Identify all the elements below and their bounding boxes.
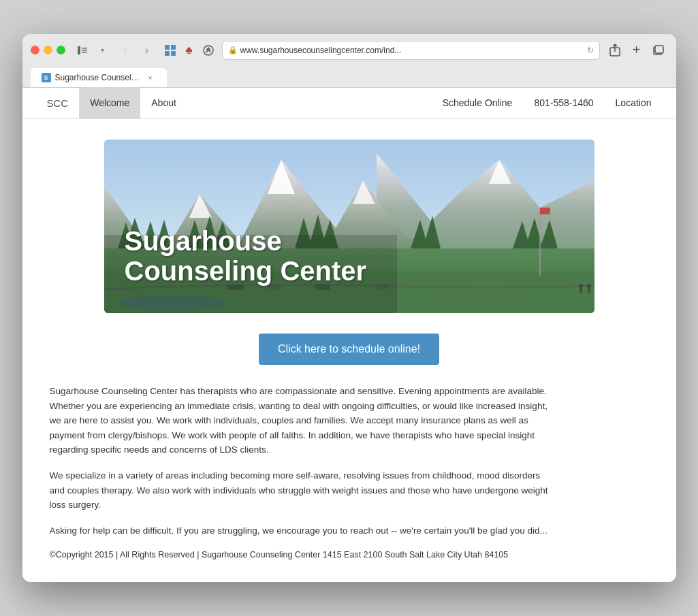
svg-point-43: [579, 284, 583, 288]
active-tab[interactable]: S Sugarhouse Counseling Center ×: [31, 68, 167, 87]
schedule-button[interactable]: Click here to schedule online!: [259, 334, 439, 365]
tab-favicon: S: [42, 73, 51, 82]
svg-rect-6: [165, 51, 170, 56]
back-button[interactable]: ‹: [116, 41, 135, 60]
site-nav: SCC Welcome About Schedule Online 801-55…: [22, 88, 676, 119]
chrome-tabs: S Sugarhouse Counseling Center ×: [31, 65, 668, 87]
svg-rect-44: [580, 288, 582, 293]
svg-rect-0: [78, 46, 80, 54]
nav-link-welcome[interactable]: Welcome: [79, 87, 140, 118]
nav-link-about[interactable]: About: [140, 87, 187, 118]
site-nav-right: Schedule Online 801-558-1460 Location: [432, 87, 663, 118]
close-button[interactable]: [31, 46, 39, 54]
sidebar-toggle-icon[interactable]: [75, 43, 90, 58]
site-content: Sugarhouse Counseling Center Click here …: [22, 119, 676, 582]
browser-chrome: ▾ ‹ › ♣: [22, 34, 676, 88]
forward-button[interactable]: ›: [138, 41, 157, 60]
nav-link-location[interactable]: Location: [605, 87, 663, 118]
ext-icon-1[interactable]: [162, 42, 178, 59]
svg-rect-3: [82, 52, 87, 53]
nav-link-schedule[interactable]: Schedule Online: [432, 87, 524, 118]
site-nav-left: SCC Welcome About: [36, 87, 187, 118]
extensions: ♣: [162, 42, 217, 59]
chevron-down-icon[interactable]: ▾: [95, 43, 110, 58]
hero-title-line1: Sugarhouse: [125, 226, 367, 256]
paragraph-1: Sugarhouse Counseling Center has therapi…: [50, 384, 554, 457]
nav-buttons: ‹ ›: [116, 41, 157, 60]
svg-point-45: [587, 284, 591, 288]
minimize-button[interactable]: [44, 46, 52, 54]
fullscreen-button[interactable]: [57, 46, 65, 54]
lock-icon: 🔒: [228, 46, 238, 54]
svg-rect-7: [171, 51, 176, 56]
paragraph-3: Asking for help can be difficult. If you…: [50, 523, 554, 538]
address-bar-row: 🔒 www.sugarhousecounselingcenter.com/ind…: [222, 41, 600, 60]
hero-title-line2: Counseling Center: [125, 256, 367, 286]
hero-text-overlay: Sugarhouse Counseling Center: [125, 226, 367, 286]
share-button[interactable]: [605, 41, 624, 60]
svg-rect-2: [82, 50, 87, 51]
svg-rect-42: [540, 208, 550, 214]
toolbar-right: +: [605, 41, 668, 60]
footer-text: ©Copyright 2015 | All Rights Reserved | …: [50, 549, 649, 562]
svg-rect-1: [82, 48, 87, 49]
paragraph-2: We specialize in a variety of areas incl…: [50, 468, 554, 513]
browser-window: ▾ ‹ › ♣: [22, 34, 676, 582]
tab-title: Sugarhouse Counseling Center: [55, 73, 141, 82]
mountain-scene: Sugarhouse Counseling Center: [104, 140, 594, 313]
svg-rect-46: [588, 288, 590, 293]
new-tab-button[interactable]: +: [627, 41, 646, 60]
tabs-overview-button[interactable]: [649, 41, 668, 60]
url-text: www.sugarhousecounselingcenter.com/ind..…: [240, 46, 402, 55]
ext-icon-2[interactable]: ♣: [181, 42, 197, 59]
svg-rect-4: [165, 45, 170, 50]
nav-link-phone[interactable]: 801-558-1460: [523, 87, 604, 118]
reload-icon[interactable]: ↻: [587, 46, 594, 55]
hero-image: Sugarhouse Counseling Center: [104, 140, 594, 313]
svg-rect-5: [171, 45, 176, 50]
address-bar[interactable]: 🔒 www.sugarhousecounselingcenter.com/ind…: [222, 41, 600, 60]
svg-rect-11: [655, 46, 663, 53]
tab-close-button[interactable]: ×: [145, 72, 156, 83]
nav-brand[interactable]: SCC: [36, 89, 80, 117]
ext-icon-3[interactable]: [200, 42, 217, 59]
traffic-lights: [31, 46, 65, 54]
